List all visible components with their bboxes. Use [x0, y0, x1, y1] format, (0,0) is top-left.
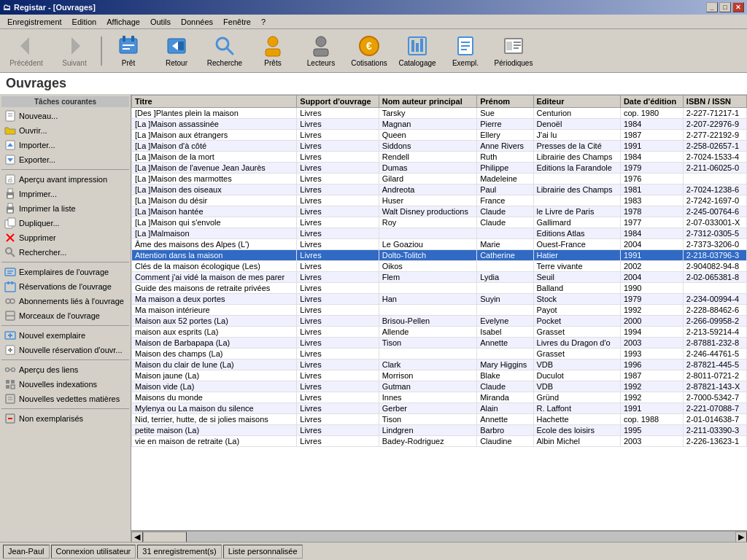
- table-row[interactable]: Attention dans la maisonLivresDolto-Toli…: [132, 250, 747, 261]
- sidebar-item-exemplaires[interactable]: Exemplaires de l'ouvrage: [1, 265, 129, 279]
- sidebar-item-dupliquer[interactable]: Dupliquer...: [1, 216, 129, 230]
- minimize-button[interactable]: _: [706, 2, 718, 12]
- sidebar-item-apercu-liens[interactable]: Aperçu des liens: [1, 362, 129, 377]
- sidebar-item-apercu[interactable]: 🖨 Aperçu avant impression: [1, 172, 129, 187]
- sidebar-item-exporter[interactable]: Exporter...: [1, 152, 129, 167]
- table-row[interactable]: [La ]Maison qui s'envoleLivresRoyClaudeG…: [132, 217, 747, 228]
- table-row[interactable]: [La ]MalmaisonLivresEditions Atlas19842-…: [132, 228, 747, 239]
- table-row[interactable]: Nid, terrier, hutte, de si jolies maison…: [132, 414, 747, 425]
- sidebar-item-nouvelles-vedettes[interactable]: Nouvelles vedettes matières: [1, 392, 129, 406]
- menu-outils[interactable]: Outils: [146, 16, 175, 28]
- table-row[interactable]: vie en maison de retraite (La)LivresBade…: [132, 436, 747, 447]
- table-row[interactable]: maison aux esprits (La)LivresAllendeIsab…: [132, 327, 747, 338]
- col-date[interactable]: Date d'édition: [620, 96, 683, 108]
- table-row[interactable]: [La ]Maison d'à côtéLivresSiddonsAnne Ri…: [132, 141, 747, 152]
- table-row[interactable]: Maison jaune (La)LivresMorrisonBlakeDucu…: [132, 370, 747, 381]
- sidebar-item-importer[interactable]: Importer...: [1, 138, 129, 152]
- table-row[interactable]: Clés de la maison écologique (Les)Livres…: [132, 261, 747, 272]
- toolbar-cotisations[interactable]: € Cotisations: [346, 31, 392, 71]
- table-cell: Maison des champs (La): [132, 349, 297, 359]
- table-row[interactable]: Mylenya ou La maison du silenceLivresGer…: [132, 403, 747, 414]
- menu-enregistrement[interactable]: Enregistrement: [3, 16, 66, 28]
- toolbar-suivant[interactable]: Suivant: [51, 31, 98, 71]
- table-row[interactable]: [La ]Maison de la mortLivresRendellRuthL…: [132, 152, 747, 163]
- sidebar-item-nouveau[interactable]: Nouveau...: [1, 109, 129, 123]
- table-cell: Gallimard: [533, 217, 620, 228]
- table-cell: Flem: [379, 272, 476, 283]
- col-support[interactable]: Support d'ouvrage: [297, 96, 379, 108]
- toolbar-lecteurs-label: Lecteurs: [307, 59, 335, 67]
- table-cell: 2-226-13623-1: [683, 436, 746, 447]
- col-nom-auteur[interactable]: Nom auteur principal: [379, 96, 476, 108]
- toolbar-precedent[interactable]: Précédent: [3, 31, 50, 71]
- menu-help[interactable]: ?: [257, 16, 270, 28]
- table-row[interactable]: Comment j'ai vidé la maison de mes parer…: [132, 272, 747, 283]
- scroll-thumb[interactable]: [143, 532, 187, 542]
- scroll-left-btn[interactable]: ◀: [131, 532, 143, 542]
- sidebar-item-morceaux[interactable]: Morceaux de l'ouvrage: [1, 308, 129, 323]
- sidebar-item-imprimer[interactable]: Imprimer...: [1, 187, 129, 201]
- horizontal-scrollbar[interactable]: ◀ ▶: [131, 530, 747, 542]
- col-prenom[interactable]: Prénom: [477, 96, 533, 108]
- svg-rect-4: [131, 36, 134, 42]
- toolbar-exempl[interactable]: Exempl.: [442, 31, 489, 71]
- toolbar-prets[interactable]: Prêts: [249, 31, 296, 71]
- table-row[interactable]: Ma maison a deux portesLivresHanSuyinSto…: [132, 294, 747, 305]
- table-cell: le Livre de Paris: [533, 206, 620, 217]
- toolbar-catalogage[interactable]: Catalogage: [394, 31, 441, 71]
- table-row[interactable]: [La ]Maison aux étrangersLivresQueenElle…: [132, 130, 747, 141]
- table-cell: Livres: [297, 381, 379, 392]
- table-cell: [379, 305, 476, 316]
- toolbar-pret-label: Prêt: [122, 59, 135, 67]
- table-cell: Livres: [297, 130, 379, 141]
- sidebar-item-supprimer[interactable]: Supprimer: [1, 230, 129, 245]
- table-row[interactable]: [La ]Maison de l'avenue Jean JaurèsLivre…: [132, 163, 747, 174]
- table-row[interactable]: Ma maison intérieureLivresPayot19922-228…: [132, 305, 747, 316]
- toolbar-periodiques[interactable]: Périodiques: [490, 31, 537, 71]
- sidebar-item-imprimer-liste[interactable]: Imprimer la liste: [1, 201, 129, 216]
- toolbar-pret[interactable]: Prêt: [105, 31, 152, 71]
- data-table-container[interactable]: Titre Support d'ouvrage Nom auteur princ…: [131, 95, 747, 530]
- sidebar-item-ouvrir[interactable]: Ouvrir...: [1, 123, 129, 138]
- table-row[interactable]: Maison des champs (La)LivresGrasset19932…: [132, 349, 747, 359]
- sidebar-item-nouvelle-reservation[interactable]: Nouvelle réservation d'ouvr...: [1, 343, 129, 357]
- table-row[interactable]: Maison aux 52 portes (La)LivresBrisou-Pe…: [132, 316, 747, 327]
- restore-button[interactable]: □: [719, 2, 731, 12]
- table-row[interactable]: [La ]Maison assassinéeLivresMagnanPierre…: [132, 119, 747, 130]
- table-row[interactable]: Guide des maisons de retraite privéesLiv…: [132, 283, 747, 294]
- sidebar-item-rechercher[interactable]: Rechercher...: [1, 245, 129, 260]
- table-row[interactable]: [Des ]Plantes plein la maisonLivresTarsk…: [132, 108, 747, 119]
- table-row[interactable]: [La ]Maison des oiseauxLivresAndreotaPau…: [132, 184, 747, 195]
- sidebar-item-nouvelles-indexations[interactable]: Nouvelles indexations: [1, 377, 129, 392]
- table-row[interactable]: Maison de Barbapapa (La)LivresTisonAnnet…: [132, 338, 747, 349]
- sidebar-item-nouvel-exemplaire[interactable]: Nouvel exemplaire: [1, 328, 129, 343]
- col-editeur[interactable]: Editeur: [533, 96, 620, 108]
- sidebar-item-reservations[interactable]: Réservations de l'ouvrage: [1, 279, 129, 294]
- sidebar-item-non-exemplarisés[interactable]: Non exemplarisés: [1, 411, 129, 426]
- table-row[interactable]: Maisons du mondeLivresInnesMirandaGründ1…: [132, 392, 747, 403]
- table-row[interactable]: Maison du clair de lune (La)LivresClarkM…: [132, 359, 747, 370]
- sidebar-item-abonnements[interactable]: Abonnements liés à l'ouvrage: [1, 294, 129, 308]
- scroll-right-btn[interactable]: ▶: [735, 532, 747, 542]
- table-cell: Dumas: [379, 163, 476, 174]
- reservations-icon: [4, 281, 16, 292]
- table-cell: Livres: [297, 316, 379, 327]
- table-row[interactable]: Âme des maisons des Alpes (L')LivresLe G…: [132, 239, 747, 250]
- table-cell: Pierre: [477, 119, 533, 130]
- col-isbn[interactable]: ISBN / ISSN: [683, 96, 746, 108]
- close-button[interactable]: ✕: [732, 2, 744, 12]
- table-row[interactable]: [La ]Maison du désirLivresHuserFrance198…: [132, 195, 747, 206]
- menu-affichage[interactable]: Affichage: [102, 16, 144, 28]
- toolbar-recherche[interactable]: Recherche: [201, 31, 248, 71]
- table-cell: 2-02-065381-8: [683, 272, 746, 283]
- toolbar-retour[interactable]: Retour: [153, 31, 200, 71]
- col-titre[interactable]: Titre: [132, 96, 297, 108]
- menu-edition[interactable]: Edition: [68, 16, 101, 28]
- table-row[interactable]: petite maison (La)LivresLindgrenBarbroEc…: [132, 425, 747, 436]
- menu-donnees[interactable]: Données: [177, 16, 217, 28]
- toolbar-lecteurs[interactable]: Lecteurs: [298, 31, 344, 71]
- table-row[interactable]: [La ]Maison des marmottesLivresGilardMad…: [132, 174, 747, 184]
- menu-fenetre[interactable]: Fenêtre: [219, 16, 255, 28]
- table-row[interactable]: Maison vide (La)LivresGutmanClaudeVDB199…: [132, 381, 747, 392]
- table-row[interactable]: [La ]Maison hantéeLivresWalt Disney prod…: [132, 206, 747, 217]
